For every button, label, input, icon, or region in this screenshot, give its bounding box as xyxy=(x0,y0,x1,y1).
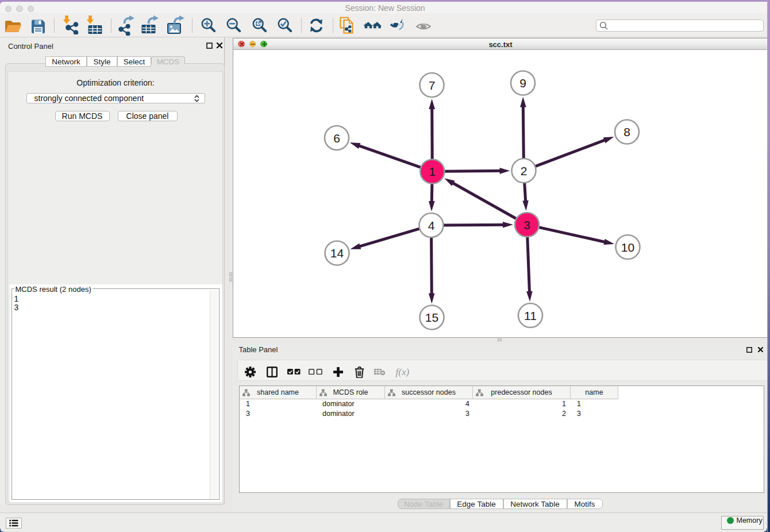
svg-text:2: 2 xyxy=(520,164,527,178)
svg-text:10: 10 xyxy=(621,241,634,254)
svg-text:6: 6 xyxy=(333,132,340,145)
svg-text:9: 9 xyxy=(519,76,526,90)
svg-text:4: 4 xyxy=(428,219,434,232)
svg-text:14: 14 xyxy=(330,246,344,260)
svg-text:3: 3 xyxy=(523,218,530,232)
svg-text:8: 8 xyxy=(623,125,630,138)
svg-text:15: 15 xyxy=(425,311,438,324)
svg-text:1: 1 xyxy=(429,165,436,178)
svg-text:11: 11 xyxy=(524,309,537,322)
svg-text:7: 7 xyxy=(428,79,435,92)
